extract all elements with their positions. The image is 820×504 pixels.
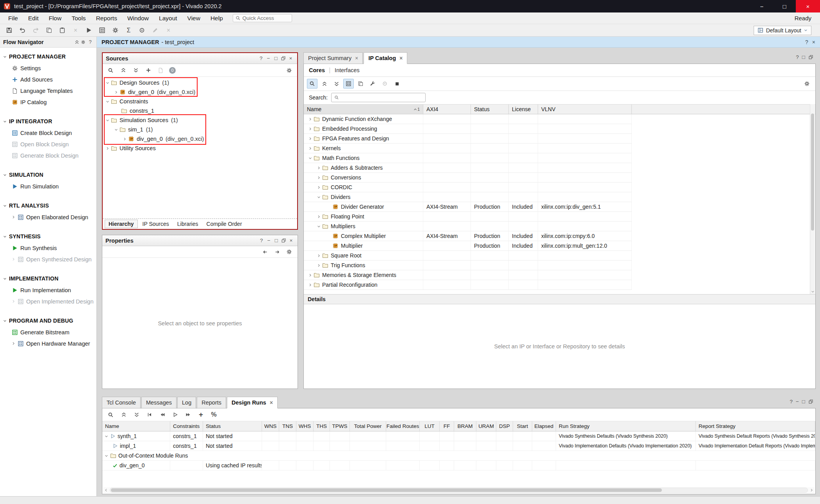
percent-icon[interactable]: % (209, 410, 219, 420)
help-icon[interactable]: ? (796, 54, 799, 60)
chevron-right-icon[interactable] (308, 127, 312, 131)
tab-close-icon[interactable]: × (399, 55, 403, 61)
repository-view-icon[interactable] (355, 79, 366, 89)
column-header-name[interactable]: Name1 (304, 105, 423, 114)
menu-item-flow[interactable]: Flow (44, 12, 67, 24)
ip-catalog-row-memories-storage-elements[interactable]: Memories & Storage Elements (304, 270, 632, 280)
close-window-button[interactable]: × (796, 0, 820, 12)
column-header-vlnv[interactable]: VLNV (538, 105, 632, 114)
flow-item-run-implementation[interactable]: Run Implementation (0, 284, 96, 296)
menu-item-file[interactable]: File (3, 12, 23, 24)
ip-catalog-row-adders-subtracters[interactable]: Adders & Subtracters (304, 163, 632, 173)
settings-gear-icon[interactable] (802, 79, 812, 89)
ip-catalog-row-square-root[interactable]: Square Root (304, 251, 632, 261)
vertical-scrollbar[interactable] (810, 104, 815, 294)
menu-item-reports[interactable]: Reports (91, 12, 122, 24)
column-header-license[interactable]: License (509, 105, 538, 114)
tab-log[interactable]: Log (177, 397, 196, 408)
create-runs-plus-icon[interactable]: + (196, 410, 206, 420)
float-icon[interactable] (280, 238, 287, 243)
ip-catalog-row-dynamic-function-exchange[interactable]: Dynamic Function eXchange (304, 114, 632, 124)
tab-close-icon[interactable]: × (270, 399, 273, 406)
undo-icon[interactable] (17, 25, 28, 35)
column-header-lut[interactable]: LUT (420, 421, 440, 431)
redo-icon[interactable] (30, 25, 41, 35)
scroll-left-icon[interactable] (103, 487, 109, 493)
chevron-right-icon[interactable] (317, 264, 321, 267)
chevron-down-icon[interactable] (106, 81, 109, 85)
maximize-icon[interactable]: □ (802, 399, 805, 405)
search-icon[interactable] (105, 410, 116, 420)
chevron-down-icon[interactable] (106, 100, 109, 103)
chevron-right-icon[interactable] (308, 283, 312, 287)
ip-catalog-row-multipliers[interactable]: Multipliers (304, 222, 632, 231)
float-icon[interactable] (280, 56, 287, 61)
column-header-bram[interactable]: BRAM (454, 421, 476, 431)
cancel-icon[interactable]: × (163, 25, 174, 35)
chevron-right-icon[interactable] (317, 186, 321, 189)
chevron-right-icon[interactable] (308, 147, 312, 150)
float-icon[interactable] (808, 399, 813, 404)
minimize-icon[interactable]: − (265, 55, 272, 62)
tree-item-constraints[interactable]: Constraints (103, 97, 297, 106)
delete-icon[interactable]: × (70, 25, 81, 35)
column-header-tpws[interactable]: TPWS (330, 421, 350, 431)
scroll-right-icon[interactable] (809, 487, 815, 493)
edit-icon[interactable] (150, 25, 160, 35)
chevron-right-icon[interactable] (123, 137, 127, 141)
flow-section-header[interactable]: PROGRAM AND DEBUG (0, 315, 96, 327)
tab-design-runs[interactable]: Design Runs× (227, 397, 278, 408)
flow-item-generate-bitstream[interactable]: Generate Bitstream (0, 327, 96, 338)
flow-item-settings[interactable]: Settings (0, 62, 96, 74)
collapse-all-icon[interactable] (319, 79, 330, 89)
flow-section-header[interactable]: IMPLEMENTATION (0, 273, 96, 284)
flow-item-language-templates[interactable]: Language Templates (0, 85, 96, 96)
ip-catalog-row-divider-generator[interactable]: Divider GeneratorAXI4-StreamProductionIn… (304, 202, 632, 212)
quick-access-input[interactable] (242, 15, 286, 21)
ip-catalog-row-fpga-features-and-design[interactable]: FPGA Features and Design (304, 134, 632, 144)
ip-catalog-row-dividers[interactable]: Dividers (304, 192, 632, 202)
column-header-constraints[interactable]: Constraints (170, 421, 203, 431)
sources-tab-ip-sources[interactable]: IP Sources (139, 220, 173, 228)
column-header-status[interactable]: Status (203, 421, 262, 431)
ip-catalog-row-conversions[interactable]: Conversions (304, 173, 632, 183)
flow-item-open-block-design[interactable]: Open Block Design (0, 138, 96, 150)
chevron-down-icon[interactable] (317, 225, 321, 228)
help-icon[interactable]: ? (790, 399, 793, 405)
menu-item-window[interactable]: Window (122, 12, 154, 24)
column-header-name[interactable]: Name (102, 421, 170, 431)
chevron-right-icon[interactable] (317, 166, 321, 170)
float-icon[interactable] (808, 55, 813, 60)
chevron-right-icon[interactable] (12, 257, 15, 261)
minimize-window-button[interactable]: − (750, 0, 773, 12)
maximize-window-button[interactable]: □ (773, 0, 796, 12)
design-run-row-synth-1[interactable]: synth_1constrs_1Not startedVivado Synthe… (102, 431, 815, 441)
clock-icon[interactable] (137, 25, 147, 35)
step-first-icon[interactable] (144, 410, 155, 420)
collapse-all-icon[interactable] (118, 66, 128, 75)
flow-section-header[interactable]: SIMULATION (0, 169, 96, 181)
chevron-down-icon[interactable] (317, 195, 321, 199)
layout-selector[interactable]: Default Layout (754, 26, 811, 35)
maximize-icon[interactable]: □ (273, 237, 280, 244)
ip-catalog-row-math-functions[interactable]: Math Functions (304, 153, 632, 163)
flow-item-add-sources[interactable]: Add Sources (0, 74, 96, 85)
ip-catalog-row-partial-reconfiguration[interactable]: Partial Reconfiguration (304, 280, 632, 290)
tab-project-summary[interactable]: Project Summary× (303, 52, 363, 64)
sources-tab-hierarchy[interactable]: Hierarchy (105, 220, 138, 228)
ip-settings-wrench-icon[interactable] (367, 79, 378, 89)
column-header-elapsed[interactable]: Elapsed (532, 421, 556, 431)
stop-icon[interactable] (392, 79, 402, 89)
menu-item-layout[interactable]: Layout (154, 12, 182, 24)
chevron-right-icon[interactable] (308, 273, 312, 277)
sum-icon[interactable]: Σ (123, 25, 134, 35)
minimize-icon[interactable]: − (266, 237, 272, 244)
column-header-failed-routes[interactable]: Failed Routes (386, 421, 420, 431)
fast-forward-icon[interactable] (183, 410, 193, 420)
flow-item-open-elaborated-design[interactable]: Open Elaborated Design (0, 211, 96, 223)
tab-ip-catalog[interactable]: IP Catalog× (364, 52, 407, 64)
column-header-dsp[interactable]: DSP (496, 421, 513, 431)
chevron-right-icon[interactable] (317, 254, 321, 257)
close-icon[interactable]: × (288, 237, 294, 244)
close-icon[interactable]: × (287, 55, 294, 62)
